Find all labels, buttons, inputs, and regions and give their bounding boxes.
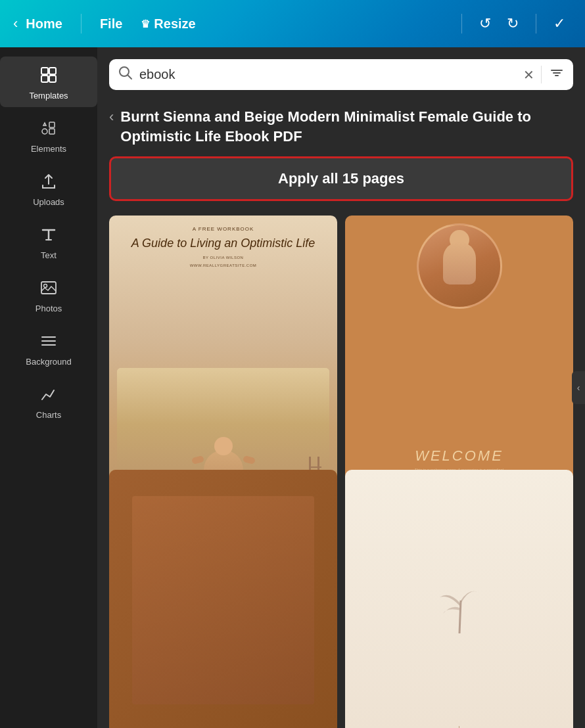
template-card-3[interactable]: 01 – 04 INTRODUCTION	[109, 470, 337, 728]
card-2-portrait-inner	[419, 225, 500, 307]
card-1-subtitle: A FREE WORKBOOK	[131, 226, 315, 232]
search-filter-button[interactable]	[541, 66, 564, 83]
svg-rect-7	[41, 282, 56, 294]
card-1-website: WWW.REALLYGREATSITE.COM	[131, 263, 315, 267]
svg-rect-0	[41, 68, 48, 74]
apply-all-pages-button[interactable]: Apply all 15 pages	[109, 156, 573, 201]
home-button[interactable]: Home	[26, 16, 62, 32]
search-bar: ✕	[109, 59, 573, 90]
text-label: Text	[41, 250, 57, 260]
sidebar-item-templates[interactable]: Templates	[0, 57, 97, 107]
nav-divider-3	[536, 14, 536, 34]
search-bar-wrapper: ✕	[97, 47, 585, 98]
charts-icon	[39, 385, 58, 406]
card-3-image	[109, 470, 337, 728]
cloud-save-button[interactable]: ✓	[547, 11, 572, 36]
elements-label: Elements	[31, 144, 66, 154]
search-icon	[118, 66, 133, 83]
svg-rect-6	[49, 129, 55, 134]
search-clear-button[interactable]: ✕	[523, 67, 534, 83]
uploads-icon	[39, 172, 58, 193]
photos-icon	[39, 279, 58, 300]
apply-btn-wrapper: Apply all 15 pages	[97, 146, 585, 210]
resize-label: Resize	[154, 16, 195, 32]
sidebar-item-background[interactable]: Background	[0, 323, 97, 373]
file-button[interactable]: File	[100, 16, 122, 32]
card-2-person	[443, 242, 476, 284]
back-button[interactable]: ‹	[13, 15, 18, 32]
uploads-label: Uploads	[33, 197, 64, 207]
template-back-button[interactable]: ‹	[109, 107, 114, 125]
content-area: ✕ ‹ Burnt Sienna and Beige Modern Minima…	[97, 47, 585, 728]
sidebar-item-uploads[interactable]: Uploads	[0, 163, 97, 214]
svg-point-8	[44, 284, 47, 288]
redo-button[interactable]: ↻	[500, 11, 525, 36]
svg-rect-4	[49, 122, 55, 127]
svg-point-5	[42, 129, 47, 134]
card-4-visual	[427, 480, 492, 721]
nav-divider-1	[81, 14, 82, 34]
sidebar-item-text[interactable]: Text	[0, 216, 97, 267]
charts-label: Charts	[36, 410, 61, 420]
svg-rect-1	[49, 68, 56, 74]
background-icon	[39, 332, 58, 353]
card-2-welcome-text: WELCOME	[413, 447, 505, 465]
undo-button[interactable]: ↺	[473, 11, 498, 36]
svg-rect-3	[49, 76, 56, 82]
panel-collapse-handle[interactable]: ‹	[572, 371, 585, 404]
template-title-area: ‹ Burnt Sienna and Beige Modern Minimali…	[97, 98, 585, 146]
card-2-portrait	[417, 223, 502, 309]
card-1-author: BY OLIVIA WILSON	[131, 256, 315, 260]
template-title: Burnt Sienna and Beige Modern Minimalist…	[120, 107, 573, 146]
photos-label: Photos	[35, 304, 62, 313]
templates-grid: A FREE WORKBOOK A Guide to Living an Opt…	[97, 210, 585, 728]
templates-label: Templates	[29, 91, 68, 101]
template-card-4[interactable]: How to...	[345, 470, 573, 728]
templates-icon	[39, 66, 58, 87]
card-1-header: A FREE WORKBOOK A Guide to Living an Opt…	[131, 226, 315, 267]
svg-line-13	[128, 75, 131, 79]
search-input[interactable]	[139, 67, 517, 82]
text-icon	[39, 225, 58, 246]
sidebar-item-photos[interactable]: Photos	[0, 269, 97, 320]
sidebar-item-elements[interactable]: Elements	[0, 110, 97, 160]
nav-left: ‹ Home File ♛ Resize	[13, 14, 196, 34]
crown-icon: ♛	[141, 18, 150, 30]
svg-rect-2	[41, 76, 48, 82]
background-label: Background	[26, 357, 71, 367]
top-bar: ‹ Home File ♛ Resize ↺ ↻ ✓	[0, 0, 585, 47]
main-layout: Templates Elements Uploads	[0, 47, 585, 728]
sidebar: Templates Elements Uploads	[0, 47, 97, 728]
resize-button[interactable]: ♛ Resize	[141, 16, 195, 32]
nav-divider-2	[461, 14, 462, 34]
nav-right: ↺ ↻ ✓	[454, 11, 572, 36]
card-1-title: A Guide to Living an Optimistic Life	[131, 236, 315, 251]
elements-icon	[39, 119, 58, 140]
sidebar-item-charts[interactable]: Charts	[0, 376, 97, 426]
